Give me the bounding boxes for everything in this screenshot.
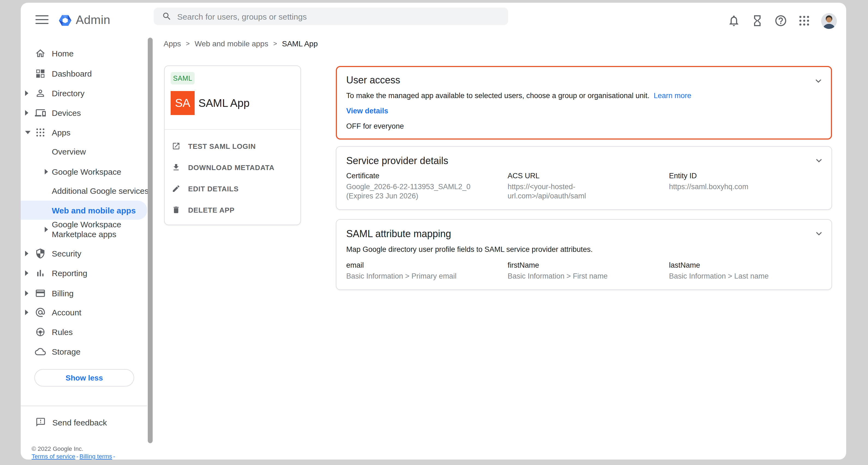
learn-more-link[interactable]: Learn more: [654, 92, 691, 100]
expand-arrow-icon[interactable]: [25, 290, 28, 296]
card-divider: [165, 129, 301, 130]
person-icon: [35, 88, 46, 99]
breadcrumb-separator: >: [186, 40, 190, 48]
test-saml-login-button[interactable]: TEST SAML LOGIN: [165, 136, 301, 156]
apps-grid-icon[interactable]: [798, 14, 811, 27]
action-label: TEST SAML LOGIN: [188, 142, 256, 150]
expand-arrow-icon[interactable]: [45, 169, 48, 175]
search-input[interactable]: [177, 12, 508, 21]
sidebar-item-label: Devices: [52, 108, 81, 118]
sidebar-item-reporting[interactable]: Reporting: [21, 263, 147, 283]
chevron-down-icon[interactable]: [812, 75, 825, 87]
open-in-new-icon: [172, 142, 181, 151]
sidebar-item-label: Dashboard: [52, 69, 92, 78]
cloud-icon: [35, 346, 46, 357]
shield-icon: [35, 248, 46, 259]
feedback-icon: [35, 417, 46, 427]
sidebar-item-label: Google Workspace: [52, 167, 121, 176]
footer-separator: -: [76, 453, 78, 460]
expand-arrow-icon[interactable]: [25, 310, 28, 315]
field-label: Certificate: [346, 172, 507, 180]
wheel-icon: [35, 327, 46, 337]
sidebar-item-label: Apps: [52, 128, 70, 137]
certificate-value-line: Google_2026-6-22-113953_SAML2_0: [346, 183, 507, 192]
firstname-mapping-value: Basic Information > First name: [507, 272, 669, 281]
download-icon: [172, 163, 181, 172]
sidebar-item-additional-google-services[interactable]: Additional Google services: [21, 181, 147, 200]
sidebar-item-rules[interactable]: Rules: [21, 322, 147, 342]
saml-attribute-mapping-card: SAML attribute mapping Map Google direct…: [336, 219, 832, 290]
expand-arrow-icon[interactable]: [45, 227, 48, 232]
sidebar-scrollbar[interactable]: [148, 38, 153, 443]
sidebar-item-label: Reporting: [52, 269, 87, 278]
send-feedback-button[interactable]: Send feedback: [21, 413, 147, 432]
certificate-field: Certificate Google_2026-6-22-113953_SAML…: [346, 172, 507, 200]
sidebar-item-overview[interactable]: Overview: [21, 142, 147, 161]
user-avatar[interactable]: [821, 13, 837, 29]
acs-url-value-line: https://<your-hosted-: [507, 183, 669, 192]
user-access-card: User access To make the managed app avai…: [336, 66, 832, 140]
sidebar-item-account[interactable]: Account: [21, 303, 147, 322]
sidebar-item-devices[interactable]: Devices: [21, 103, 147, 123]
breadcrumb: Apps > Web and mobile apps > SAML App: [163, 39, 318, 48]
chevron-down-icon[interactable]: [813, 154, 825, 166]
send-feedback-label: Send feedback: [52, 418, 107, 427]
sidebar-item-label: Account: [52, 308, 81, 317]
sidebar-item-google-workspace[interactable]: Google Workspace: [21, 162, 147, 182]
bar-chart-icon: [35, 268, 46, 279]
card-title: Service provider details: [346, 154, 822, 167]
billing-terms-link[interactable]: Billing terms: [80, 453, 112, 460]
acs-url-field: ACS URL https://<your-hosted- url.com>/a…: [507, 172, 669, 200]
sidebar-item-label: Additional Google services: [52, 186, 149, 195]
breadcrumb-apps[interactable]: Apps: [163, 39, 181, 48]
edit-details-button[interactable]: EDIT DETAILS: [165, 179, 301, 198]
devices-icon: [35, 107, 46, 118]
sidebar-item-label: Billing: [52, 289, 73, 298]
sidebar-item-marketplace-apps[interactable]: Google Workspace Marketplace apps: [21, 215, 147, 244]
sidebar-divider: [21, 406, 147, 406]
expand-arrow-icon[interactable]: [25, 91, 28, 96]
pencil-icon: [172, 184, 181, 193]
collapse-arrow-icon[interactable]: [25, 131, 31, 134]
app-monogram: SA: [170, 91, 195, 115]
lastname-mapping-field: lastName Basic Information > Last name: [669, 261, 822, 281]
saml-type-badge: SAML: [170, 72, 195, 85]
terms-of-service-link[interactable]: Terms of service: [32, 453, 75, 460]
service-provider-details-card: Service provider details Certificate Goo…: [336, 146, 832, 210]
delete-app-button[interactable]: DELETE APP: [165, 200, 301, 220]
sidebar-item-label: Google Workspace Marketplace apps: [52, 220, 135, 239]
breadcrumb-current-page: SAML App: [282, 39, 318, 48]
expand-arrow-icon[interactable]: [25, 110, 28, 116]
bell-icon[interactable]: [727, 14, 740, 27]
entity-id-value-line: https://saml.boxyhq.com: [669, 183, 822, 192]
menu-icon[interactable]: [35, 15, 49, 25]
apps-grid-icon: [35, 127, 46, 138]
sidebar-item-apps[interactable]: Apps: [21, 123, 147, 142]
footer-separator: -: [113, 453, 115, 460]
download-metadata-button[interactable]: DOWNLOAD METADATA: [165, 158, 301, 177]
sidebar-item-storage[interactable]: Storage: [21, 342, 147, 362]
sidebar-item-directory[interactable]: Directory: [21, 84, 147, 103]
search-icon: [162, 11, 172, 21]
sidebar-item-billing[interactable]: Billing: [21, 283, 147, 303]
sidebar-item-security[interactable]: Security: [21, 244, 147, 263]
field-label: lastName: [669, 261, 822, 270]
search-bar: [154, 8, 508, 25]
card-title: SAML attribute mapping: [346, 227, 822, 240]
chevron-down-icon[interactable]: [813, 227, 825, 239]
field-label: email: [346, 261, 507, 270]
sidebar-item-home[interactable]: Home: [21, 43, 147, 63]
sidebar-footer: © 2022 Google Inc. Terms of service-Bill…: [32, 445, 116, 460]
help-icon[interactable]: [774, 14, 787, 27]
dashboard-icon: [35, 68, 46, 79]
expand-arrow-icon[interactable]: [25, 251, 28, 256]
breadcrumb-separator: >: [273, 40, 277, 48]
hourglass-icon[interactable]: [751, 14, 764, 27]
expand-arrow-icon[interactable]: [25, 270, 28, 276]
show-less-button[interactable]: Show less: [34, 369, 134, 386]
view-details-link[interactable]: View details: [346, 107, 388, 115]
lastname-mapping-value: Basic Information > Last name: [669, 272, 822, 281]
breadcrumb-web-and-mobile-apps[interactable]: Web and mobile apps: [195, 39, 268, 48]
action-label: DOWNLOAD METADATA: [188, 163, 275, 172]
sidebar-item-dashboard[interactable]: Dashboard: [21, 64, 147, 84]
